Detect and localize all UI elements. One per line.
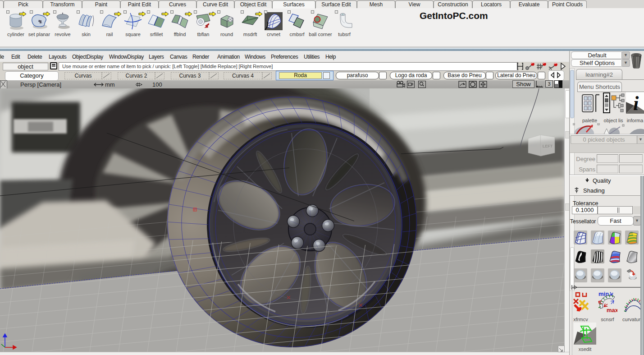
- svg-text:max: max: [607, 307, 617, 314]
- svg-text:LEFT: LEFT: [543, 144, 553, 148]
- svg-text:FRO: FRO: [531, 144, 538, 147]
- svg-text:i: i: [633, 92, 639, 114]
